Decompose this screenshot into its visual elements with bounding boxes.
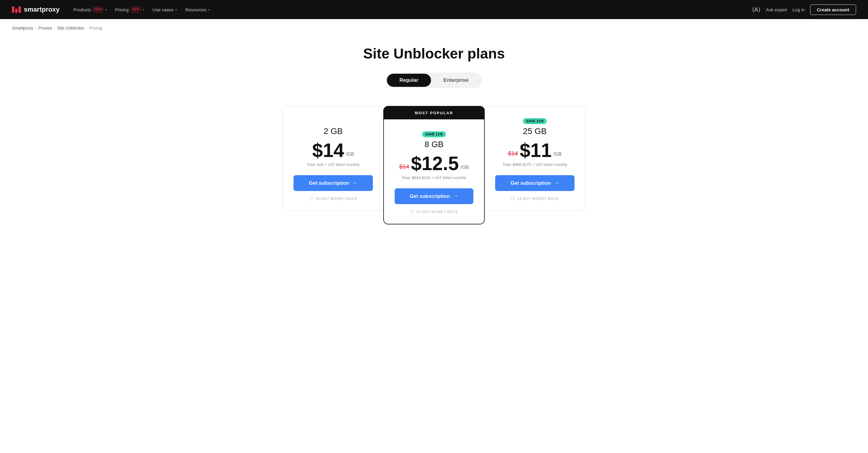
logo-icon [12, 6, 21, 13]
nav-right: ⟨A⟩ Ask expert Log in Create account [752, 4, 856, 15]
navbar: smartproxy Products NEW ▾ Pricing NEW ▾ … [0, 0, 868, 19]
nav-pricing-label: Pricing [115, 7, 129, 12]
nav-resources[interactable]: Resources ▾ [182, 5, 213, 14]
plan-25gb-cta-label: Get subscription [510, 180, 551, 186]
nav-use-cases[interactable]: Use cases ▾ [150, 5, 180, 14]
nav-products[interactable]: Products NEW ▾ [70, 5, 110, 14]
plan-25gb-price-old: $14 [508, 150, 518, 157]
logo-text: smartproxy [24, 6, 60, 13]
plan-25gb-shield-icon: 🛡 [511, 197, 515, 201]
plan-2gb-money-back: 🛡 14-DAY MONEY-BACK [293, 197, 373, 201]
plan-8gb-save-badge: SAVE 11% [422, 131, 446, 137]
nav-links: Products NEW ▾ Pricing NEW ▾ Use cases ▾… [70, 5, 213, 14]
breadcrumb-site-unblocker[interactable]: Site Unblocker [57, 26, 85, 30]
plan-25gb-save-badge: SAVE 21% [523, 118, 547, 124]
plan-25gb-size: 25 GB [495, 126, 575, 136]
plan-25gb-total: Total: $350 $275 + VAT billed monthly [495, 162, 575, 167]
breadcrumb: Smartproxy › Proxies › Site Unblocker › … [0, 19, 868, 33]
nav-pricing[interactable]: Pricing NEW ▾ [112, 5, 147, 14]
plan-8gb-save-wrapper: SAVE 11% [395, 131, 473, 140]
logo-bar-3 [19, 6, 21, 13]
plan-8gb-size: 8 GB [395, 140, 473, 149]
plan-8gb-cta-label: Get subscription [409, 193, 450, 199]
plan-2gb-subscribe-button[interactable]: Get subscription → [293, 175, 373, 191]
breadcrumb-sep-1: › [35, 26, 37, 30]
plan-toggle-wrapper: Regular Enterprise [12, 72, 856, 88]
log-in-link[interactable]: Log in [793, 7, 805, 12]
plan-25gb-money-back: 🛡 14-DAY MONEY-BACK [495, 197, 575, 201]
pricing-new-badge: NEW [130, 7, 141, 12]
plan-25gb-subscribe-button[interactable]: Get subscription → [495, 175, 575, 191]
pricing-chevron-icon: ▾ [143, 8, 144, 11]
plan-2gb-shield-icon: 🛡 [309, 197, 313, 201]
plan-25gb-card: SAVE 21% 25 GB $14 $11 /GB Total: $350 $… [484, 106, 586, 211]
main-content: Site Unblocker plans Regular Enterprise … [0, 33, 868, 248]
plan-2gb-total: Total: $28 + VAT billed monthly [293, 162, 373, 167]
plan-8gb-subscribe-button[interactable]: Get subscription → [395, 188, 473, 204]
products-new-badge: NEW [93, 7, 103, 12]
plan-2gb-save-wrapper [293, 118, 373, 126]
plan-25gb-price: $11 [520, 141, 552, 160]
plan-2gb-price-row: $14 /GB [293, 141, 373, 160]
breadcrumb-sep-3: › [86, 26, 88, 30]
plan-25gb-price-row: $14 $11 /GB [495, 141, 575, 160]
nav-resources-label: Resources [185, 7, 207, 12]
plan-8gb-total: Total: $112 $100 + VAT billed monthly [395, 176, 473, 180]
plan-2gb-money-back-label: 14-DAY MONEY-BACK [315, 197, 357, 201]
products-chevron-icon: ▾ [105, 8, 106, 11]
plan-8gb-arrow-icon: → [453, 193, 459, 199]
plan-25gb-unit: /GB [553, 152, 562, 157]
plan-2gb-card: 2 GB $14 /GB Total: $28 + VAT billed mon… [282, 106, 384, 211]
plan-2gb-size: 2 GB [293, 126, 373, 136]
plan-8gb-card: SAVE 11% 8 GB $14 $12.5 /GB Total: $112 … [383, 119, 485, 224]
plan-25gb-money-back-label: 14-DAY MONEY-BACK [517, 197, 559, 201]
logo[interactable]: smartproxy [12, 6, 60, 13]
ask-expert-link[interactable]: Ask expert [766, 7, 787, 12]
plan-2gb-arrow-icon: → [352, 180, 358, 186]
translate-icon[interactable]: ⟨A⟩ [752, 6, 761, 13]
plan-toggle: Regular Enterprise [386, 72, 482, 88]
breadcrumb-smartproxy[interactable]: Smartproxy [12, 26, 33, 30]
plan-8gb-unit: /GB [461, 165, 469, 170]
plan-8gb-price: $12.5 [411, 154, 459, 173]
pricing-cards: 2 GB $14 /GB Total: $28 + VAT billed mon… [270, 106, 598, 224]
logo-bar-2 [15, 9, 18, 13]
nav-use-cases-label: Use cases [153, 7, 174, 12]
plan-25gb-arrow-icon: → [554, 180, 559, 186]
plan-8gb-money-back-label: 14-DAY MONEY-BACK [416, 210, 458, 214]
nav-left: smartproxy Products NEW ▾ Pricing NEW ▾ … [12, 5, 213, 14]
page-title: Site Unblocker plans [12, 46, 856, 62]
plan-8gb-wrapper: MOST POPULAR SAVE 11% 8 GB $14 $12.5 /GB… [383, 106, 485, 224]
plan-8gb-price-old: $14 [399, 163, 409, 170]
plan-25gb-save-wrapper: SAVE 21% [495, 118, 575, 126]
logo-bar-1 [12, 6, 14, 13]
toggle-regular[interactable]: Regular [387, 74, 431, 87]
plan-2gb-cta-label: Get subscription [309, 180, 349, 186]
most-popular-badge: MOST POPULAR [383, 106, 485, 119]
breadcrumb-sep-2: › [54, 26, 56, 30]
breadcrumb-proxies[interactable]: Proxies [38, 26, 52, 30]
breadcrumb-pricing: Pricing [89, 26, 102, 30]
plan-2gb-price: $14 [312, 141, 344, 160]
create-account-button[interactable]: Create account [810, 4, 856, 15]
plan-8gb-shield-icon: 🛡 [410, 210, 414, 214]
plan-8gb-money-back: 🛡 14-DAY MONEY-BACK [395, 210, 473, 214]
plan-8gb-price-row: $14 $12.5 /GB [395, 154, 473, 173]
resources-chevron-icon: ▾ [208, 8, 210, 11]
toggle-enterprise[interactable]: Enterprise [431, 74, 481, 87]
use-cases-chevron-icon: ▾ [176, 8, 177, 11]
plan-2gb-unit: /GB [346, 152, 354, 157]
nav-products-label: Products [73, 7, 91, 12]
